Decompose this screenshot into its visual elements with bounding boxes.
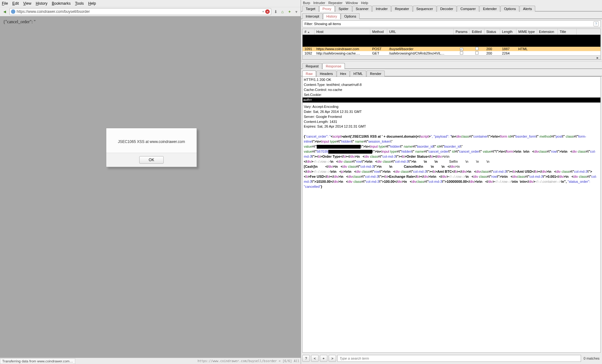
col-#[interactable]: # ▲	[303, 29, 314, 34]
table-row[interactable]: 1091https://www.coindrawer.comPOST/buyse…	[303, 47, 600, 51]
redacted-cookie: auth=	[303, 98, 600, 103]
response-body: {"cancel_order": "<script>alert('JSEC106…	[304, 134, 599, 189]
ff-menu-tools[interactable]: Tools	[75, 1, 84, 6]
url-text: https://www.coindrawer.com/buysell/bsord…	[17, 9, 262, 14]
col-length[interactable]: Length	[500, 29, 516, 34]
burp-menu-help[interactable]: Help	[361, 1, 368, 5]
firefox-menubar: FileEditViewHistoryBookmarksToolsHelp	[0, 0, 301, 7]
burp-menu-burp[interactable]: Burp	[303, 1, 310, 5]
tab-options[interactable]: Options	[500, 6, 519, 12]
col-host[interactable]: Host	[314, 29, 370, 34]
filter-bar[interactable]: Filter: Showing all items ?	[302, 20, 601, 27]
view-tabs: RawHeadersHexHTMLRender	[301, 69, 602, 76]
alert-footer: OK	[106, 153, 197, 167]
alert-ok-button[interactable]: OK	[139, 156, 164, 164]
search-bar: ? < + > 0 matches	[302, 354, 601, 363]
tab-target[interactable]: Target	[302, 6, 319, 12]
ff-menu-edit[interactable]: Edit	[12, 1, 19, 6]
tab-sequencer[interactable]: Sequencer	[413, 6, 436, 12]
tab-decoder[interactable]: Decoder	[437, 6, 457, 12]
burp-menu-intruder[interactable]: Intruder	[313, 1, 325, 5]
col-edited[interactable]: Edited	[469, 29, 484, 34]
tab-html[interactable]: HTML	[350, 71, 366, 76]
table-row[interactable]: 1092http://safebrowsing-cache.…GET/safeb…	[303, 51, 600, 55]
tab-render[interactable]: Render	[367, 71, 385, 76]
col-params[interactable]: Params	[454, 29, 469, 34]
checkbox-icon	[460, 48, 463, 51]
tab-request[interactable]: Request	[302, 63, 322, 69]
col-extension[interactable]: Extension	[537, 29, 558, 34]
raw-response-view[interactable]: HTTP/1.1 200 OKContent-Type: text/html; …	[302, 76, 601, 353]
burp-menu-window[interactable]: Window	[346, 1, 358, 5]
horizontal-scrollbar[interactable]: ▶	[303, 55, 600, 59]
checkbox-icon	[475, 47, 478, 50]
col-title[interactable]: Title	[558, 29, 577, 34]
history-table: # ▲HostMethodURLParamsEditedStatusLength…	[302, 29, 601, 60]
burp-top-tabs: TargetProxySpiderScannerIntruderRepeater…	[301, 5, 602, 11]
burp-menu-repeater[interactable]: Repeater	[328, 1, 342, 5]
downloads-icon[interactable]: ⬇	[273, 9, 278, 14]
back-button[interactable]: ◄	[2, 9, 8, 14]
tab-comparer[interactable]: Comparer	[457, 6, 479, 12]
redacted-value	[317, 145, 361, 149]
col-method[interactable]: Method	[370, 29, 387, 34]
tab-raw[interactable]: Raw	[302, 71, 316, 76]
scroll-right-icon[interactable]: ▶	[597, 56, 600, 59]
col-mimetype[interactable]: MIME type	[516, 29, 537, 34]
page-body-text: {"cancel_order": "	[3, 19, 36, 24]
url-bar[interactable]: https://www.coindrawer.com/buysell/bsord…	[9, 8, 271, 15]
ff-menu-help[interactable]: Help	[88, 1, 96, 6]
match-count: 0 matches	[582, 356, 601, 360]
tab-options[interactable]: Options	[341, 13, 360, 19]
proxy-sub-tabs: InterceptHistoryOptions	[301, 12, 602, 19]
col-url[interactable]: URL	[387, 29, 454, 34]
tab-spider[interactable]: Spider	[335, 6, 352, 12]
ff-menu-file[interactable]: File	[2, 1, 8, 6]
home-icon[interactable]: ⌂	[280, 9, 285, 14]
site-identity-icon	[11, 9, 15, 14]
dropdown-icon[interactable]: ▾	[262, 10, 264, 13]
status-right: https://www.coindrawer.com/buysell/bsord…	[198, 359, 301, 363]
firefox-window: FileEditViewHistoryBookmarksToolsHelp ◄ …	[0, 0, 301, 364]
search-next-button[interactable]: >	[329, 355, 336, 362]
burp-menubar: BurpIntruderRepeaterWindowHelp	[301, 0, 602, 5]
search-input[interactable]	[337, 355, 581, 362]
checkbox-icon	[460, 51, 463, 55]
tab-headers[interactable]: Headers	[316, 71, 336, 76]
filter-text: Filter: Showing all items	[304, 22, 341, 26]
firefox-toolbar: ◄ https://www.coindrawer.com/buysell/bso…	[0, 7, 301, 16]
menu-icon[interactable]: ▾	[294, 9, 299, 14]
search-prev-button[interactable]: <	[311, 355, 319, 362]
tab-response[interactable]: Response	[322, 63, 345, 69]
search-add-button[interactable]: +	[320, 355, 327, 362]
search-help-button[interactable]: ?	[302, 355, 310, 362]
status-text: Transferring data from www.coindrawer.co…	[0, 358, 75, 364]
table-header[interactable]: # ▲HostMethodURLParamsEditedStatusLength…	[303, 29, 600, 35]
table-body[interactable]: 1091https://www.coindrawer.comPOST/buyse…	[303, 35, 600, 55]
tab-scanner[interactable]: Scanner	[352, 6, 372, 12]
tab-intercept[interactable]: Intercept	[302, 13, 323, 19]
tab-hex[interactable]: Hex	[337, 71, 350, 76]
js-alert-dialog: JSEC1065 XSS at www.coindrawer.com OK	[106, 128, 197, 167]
tab-history[interactable]: History	[323, 13, 341, 19]
tab-alerts[interactable]: Alerts	[520, 6, 535, 12]
help-icon[interactable]: ?	[594, 21, 599, 26]
ff-menu-view[interactable]: View	[23, 1, 31, 6]
addon-icon[interactable]: ✦	[287, 9, 292, 14]
browser-viewport: {"cancel_order": " JSEC1065 XSS at www.c…	[0, 16, 301, 358]
redacted-value	[328, 150, 372, 154]
alert-message: JSEC1065 XSS at www.coindrawer.com	[106, 128, 197, 153]
tab-proxy[interactable]: Proxy	[319, 6, 335, 12]
ff-menu-history[interactable]: History	[36, 1, 47, 6]
ff-menu-bookmarks[interactable]: Bookmarks	[52, 1, 71, 6]
col-status[interactable]: Status	[484, 29, 500, 34]
tab-extender[interactable]: Extender	[479, 6, 500, 12]
burp-window: BurpIntruderRepeaterWindowHelp TargetPro…	[301, 0, 602, 364]
reqres-tabs: RequestResponse	[301, 61, 602, 69]
tab-repeater[interactable]: Repeater	[391, 6, 412, 12]
checkbox-icon	[475, 51, 478, 55]
stop-icon[interactable]: ✕	[265, 9, 270, 14]
firefox-statusbar: Transferring data from www.coindrawer.co…	[0, 358, 301, 364]
tab-intruder[interactable]: Intruder	[372, 6, 391, 12]
